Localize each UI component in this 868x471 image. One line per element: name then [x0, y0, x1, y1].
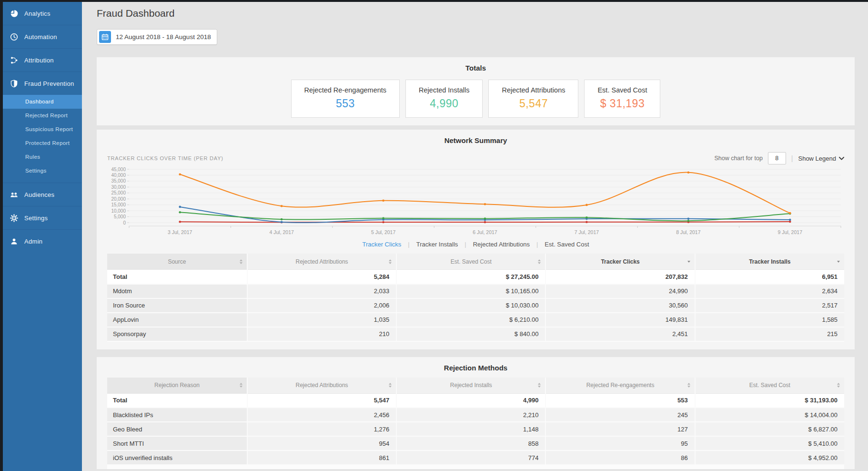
column-header-rejected-re-engagements[interactable]: Rejected Re-engagements [545, 378, 695, 394]
svg-text:8 Jul, 2017: 8 Jul, 2017 [676, 229, 701, 235]
total-card-rejected-re-engagements: Rejected Re-engagements553 [291, 80, 400, 118]
data-point-applovin [687, 171, 690, 174]
column-header-tracker-installs[interactable]: Tracker Installs [695, 254, 844, 270]
cell: 2,210 [396, 408, 545, 422]
sort-icon [240, 259, 242, 264]
table-row: AppLovin1,035$ 6,210.00149,8311,585 [107, 313, 844, 327]
cell: 5,547 [247, 393, 396, 408]
svg-text:7 Jul, 2017: 7 Jul, 2017 [575, 229, 599, 235]
date-range-picker[interactable]: 12 August 2018 - 18 August 2018 [97, 29, 217, 45]
sidebar-item-label: Attribution [24, 57, 54, 64]
cell: 774 [396, 451, 545, 465]
cell: Iron Source [107, 298, 247, 313]
data-point-iron-source [382, 217, 384, 220]
cell: 858 [396, 436, 545, 451]
svg-text:5 Jul, 2017: 5 Jul, 2017 [371, 229, 396, 235]
column-header-label: Rejected Re-engagements [586, 382, 655, 389]
sidebar-item-audiences[interactable]: Audiences [3, 183, 82, 206]
sidebar-item-analytics[interactable]: Analytics [3, 2, 82, 25]
sidebar-item-settings[interactable]: Settings [3, 206, 82, 229]
table-row: Mdotm2,033$ 10,165.0024,9902,634 [107, 284, 844, 298]
cell: 2,456 [247, 408, 396, 422]
cell: 6,951 [695, 270, 844, 284]
table-row: Blacklisted IPs2,4562,210245$ 14,004.00 [107, 408, 844, 422]
sort-icon [837, 383, 840, 388]
data-point-applovin [585, 204, 588, 206]
data-point-mdotm [687, 218, 690, 220]
cell: 2,006 [247, 298, 396, 313]
total-card-rejected-attributions: Rejected Attributions5,547 [488, 80, 578, 118]
sidebar-item-label: Settings [24, 215, 48, 222]
attribution-icon [10, 56, 18, 64]
column-header-source[interactable]: Source [107, 254, 247, 270]
column-header-label: Est. Saved Cost [749, 382, 790, 389]
table-row: Total5,5474,990553$ 31,193.00 [107, 393, 844, 408]
column-header-rejected-attributions[interactable]: Rejected Attributions [247, 254, 396, 270]
tab-tracker-installs[interactable]: Tracker Installs [416, 241, 458, 248]
sidebar-item-fraud-prevention[interactable]: Fraud Prevention [3, 72, 82, 95]
data-point-iron-source [484, 217, 486, 220]
cell: $ 10,030.00 [396, 298, 545, 313]
data-point-sponsorpay [382, 221, 384, 224]
total-card-rejected-installs: Rejected Installs4,990 [405, 80, 483, 118]
cell: 24,990 [545, 284, 695, 298]
window-edge-top [0, 0, 868, 2]
table-row: Sponsorpay210$ 840.002,451215 [107, 327, 844, 341]
sidebar-item-suspicious-report[interactable]: Suspicious Report [3, 123, 82, 136]
cell: $ 5,410.00 [695, 436, 844, 451]
sort-icon [240, 383, 242, 388]
column-header-rejected-attributions[interactable]: Rejected Attributions [247, 378, 396, 394]
svg-text:30,000: 30,000 [111, 184, 126, 190]
rejection-methods-panel: Rejection Methods Rejection ReasonReject… [97, 357, 855, 470]
sidebar-item-rules[interactable]: Rules [3, 150, 82, 164]
cell: 4,990 [396, 393, 545, 408]
tab-tracker-clicks[interactable]: Tracker Clicks [362, 241, 401, 248]
data-point-sponsorpay [585, 221, 588, 224]
column-header-label: Tracker Clicks [601, 258, 639, 265]
cell: AppLovin [107, 313, 247, 327]
cell: Short MTTI [107, 436, 247, 451]
svg-text:0: 0 [123, 220, 126, 225]
column-header-tracker-clicks[interactable]: Tracker Clicks [545, 254, 695, 270]
data-point-sponsorpay [484, 221, 486, 224]
sidebar-item-automation[interactable]: Automation [3, 25, 82, 48]
column-header-rejected-installs[interactable]: Rejected Installs [396, 378, 545, 394]
column-header-rejection-reason[interactable]: Rejection Reason [107, 378, 247, 394]
sidebar-item-rejected-report[interactable]: Rejected Report [3, 109, 82, 123]
cell: 2,634 [695, 284, 844, 298]
sidebar-item-label: Analytics [24, 10, 50, 17]
chart-area: 05,00010,00015,00020,00025,00030,00035,0… [107, 165, 844, 239]
column-header-label: Est. Saved Cost [451, 258, 492, 265]
show-legend-toggle[interactable]: Show Legend [798, 155, 844, 162]
sort-icon [538, 383, 541, 388]
column-header-est-saved-cost[interactable]: Est. Saved Cost [396, 254, 545, 270]
cell: 149,831 [545, 313, 695, 327]
column-header-est-saved-cost[interactable]: Est. Saved Cost [695, 378, 844, 394]
card-label: Rejected Installs [419, 86, 469, 94]
sidebar-item-attribution[interactable]: Attribution [3, 48, 82, 72]
header-row: Rejection ReasonRejected AttributionsRej… [107, 378, 844, 394]
cell: 1,035 [247, 313, 396, 327]
cell: Geo Bleed [107, 422, 247, 436]
network-table: SourceRejected AttributionsEst. Saved Co… [107, 254, 844, 342]
sort-icon [389, 383, 392, 388]
data-point-applovin [789, 212, 791, 215]
tab-rejected-attributions[interactable]: Rejected Attributions [473, 241, 530, 248]
svg-text:6 Jul, 2017: 6 Jul, 2017 [473, 229, 497, 235]
cell: $ 14,004.00 [695, 408, 844, 422]
show-legend-label: Show Legend [798, 155, 836, 162]
table-row: Iron Source2,006$ 10,030.0030,5602,517 [107, 298, 844, 313]
sidebar-item-admin[interactable]: Admin [3, 229, 82, 253]
top-count-input[interactable] [768, 152, 786, 164]
sidebar-item-protected-report[interactable]: Protected Report [3, 136, 82, 150]
sort-icon [687, 261, 690, 263]
sidebar-item-label: Audiences [24, 191, 54, 198]
cell: 1,276 [247, 422, 396, 436]
page-title: Fraud Dashboard [97, 8, 855, 19]
totals-cards: Rejected Re-engagements553Rejected Insta… [107, 80, 844, 118]
table-footer-strip [107, 465, 844, 469]
data-point-sponsorpay [789, 221, 791, 223]
sidebar-item-dashboard[interactable]: Dashboard [3, 95, 82, 109]
tab-est-saved-cost[interactable]: Est. Saved Cost [545, 241, 589, 248]
sidebar-item-settings[interactable]: Settings [3, 164, 82, 178]
